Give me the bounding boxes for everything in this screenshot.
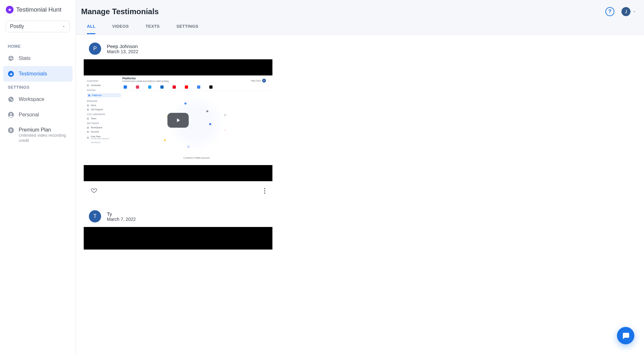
testimonial-card: T Ty March 7, 2022 bbox=[84, 210, 272, 250]
thumb-item: Get Support bbox=[87, 108, 121, 111]
author-avatar: T bbox=[89, 210, 101, 222]
sidebar-item-personal[interactable]: Personal bbox=[3, 107, 72, 123]
premium-title: Premium Plan bbox=[19, 127, 68, 133]
topbar: Manage Testimonials ALL VIDEOS TEXTS SET… bbox=[76, 0, 644, 35]
thumb-up-icon bbox=[8, 71, 14, 77]
sidebar-item-workspace[interactable]: Workspace bbox=[3, 92, 72, 107]
sidebar-item-label: Personal bbox=[19, 112, 39, 118]
premium-subtitle: Unlimited video recording credit bbox=[19, 133, 68, 143]
card-header: T Ty March 7, 2022 bbox=[84, 210, 272, 222]
thumb-subtitle: Connect your social account(s) to start … bbox=[122, 80, 270, 82]
thumb-item: Team bbox=[87, 117, 121, 120]
workspace-select-value: Postly bbox=[10, 24, 24, 29]
heart-icon bbox=[91, 187, 97, 193]
card-actions bbox=[84, 181, 272, 195]
thumb-item: Inbox bbox=[87, 104, 121, 106]
user-circle-icon bbox=[8, 112, 14, 118]
thumb-item: Account bbox=[87, 131, 121, 133]
tab-settings[interactable]: SETTINGS bbox=[176, 24, 198, 34]
brand-name: Testimonial Hunt bbox=[16, 6, 61, 13]
sidebar-item-label: Stats bbox=[19, 55, 30, 61]
sidebar-item-label: Workspace bbox=[19, 96, 44, 102]
thumb-section: COLLABORATE bbox=[87, 113, 121, 115]
thumb-item: Platforms bbox=[87, 93, 121, 97]
sidebar-section-settings: SETTINGS bbox=[3, 82, 72, 92]
thumb-item: Free Plan5 Free Posts Monthly bbox=[87, 135, 121, 140]
workspace-select[interactable]: Postly bbox=[6, 21, 70, 32]
thumb-section: CONTENT bbox=[87, 80, 121, 82]
top-actions: ? J bbox=[605, 7, 636, 16]
testimonial-date: March 7, 2022 bbox=[107, 217, 136, 222]
page-title: Manage Testimonials bbox=[81, 7, 639, 16]
testimonial-video[interactable]: CONTENT Scheduler SOCIAL Platforms ENGAG… bbox=[84, 59, 272, 181]
thumb-section: SETTINGS bbox=[87, 122, 121, 124]
chevron-down-icon bbox=[632, 10, 636, 14]
thumb-section: SOCIAL bbox=[87, 89, 121, 91]
thumb-item: WorkSpace bbox=[87, 126, 121, 129]
thumb-item: Scheduler bbox=[87, 84, 121, 86]
brand-logo-icon: ★ bbox=[6, 6, 14, 14]
chevron-down-icon bbox=[267, 80, 269, 82]
user-avatar: J bbox=[621, 7, 630, 16]
thumb-userbar: Paul Oms P bbox=[251, 79, 269, 83]
thumb-footer: Connect a Twitter account bbox=[122, 157, 270, 159]
chat-fab[interactable] bbox=[617, 327, 634, 344]
svg-point-1 bbox=[8, 97, 14, 102]
testimonial-card: P Peep Johnson March 13, 2022 CONTENT Sc… bbox=[84, 43, 272, 195]
card-header: P Peep Johnson March 13, 2022 bbox=[84, 43, 272, 55]
sidebar-section-home: HOME bbox=[3, 41, 72, 51]
brand: ★ Testimonial Hunt bbox=[3, 6, 72, 21]
globe-icon bbox=[8, 96, 14, 103]
sidebar-item-label: Testimonials bbox=[19, 71, 47, 77]
author-name: Ty bbox=[107, 211, 136, 217]
like-button[interactable] bbox=[91, 187, 97, 195]
sidebar: ★ Testimonial Hunt Postly HOME Stats Tes… bbox=[0, 0, 76, 354]
thumb-central: × × CONNECT bbox=[122, 91, 270, 155]
tab-videos[interactable]: VIDEOS bbox=[112, 24, 129, 34]
play-button[interactable] bbox=[167, 113, 189, 128]
tabs: ALL VIDEOS TEXTS SETTINGS bbox=[81, 24, 639, 34]
chat-icon bbox=[621, 331, 630, 340]
author-avatar: P bbox=[89, 43, 101, 55]
more-button[interactable] bbox=[264, 188, 265, 194]
help-button[interactable]: ? bbox=[605, 7, 614, 16]
testimonial-video[interactable] bbox=[84, 227, 272, 250]
svg-point-3 bbox=[11, 99, 12, 101]
content-scroll[interactable]: P Peep Johnson March 13, 2022 CONTENT Sc… bbox=[76, 35, 644, 354]
tab-all[interactable]: ALL bbox=[87, 24, 95, 34]
thumb-main: Paul Oms P Platforms Connect your social… bbox=[122, 77, 270, 164]
thumb-sidebar: CONTENT Scheduler SOCIAL Platforms ENGAG… bbox=[87, 75, 121, 165]
dollar-icon: $ bbox=[8, 127, 14, 133]
tab-texts[interactable]: TEXTS bbox=[146, 24, 160, 34]
main: Manage Testimonials ALL VIDEOS TEXTS SET… bbox=[76, 0, 644, 354]
svg-point-5 bbox=[10, 113, 12, 115]
thumb-title: Platforms bbox=[122, 77, 270, 80]
sidebar-item-premium[interactable]: $ Premium Plan Unlimited video recording… bbox=[3, 123, 72, 148]
pie-chart-icon bbox=[8, 55, 14, 62]
thumb-upgrade: UPGRADE bbox=[91, 142, 121, 143]
thumb-section: ENGAGE bbox=[87, 100, 121, 102]
author-name: Peep Johnson bbox=[107, 44, 138, 49]
svg-text:$: $ bbox=[10, 128, 12, 132]
chevron-down-icon bbox=[62, 25, 66, 28]
sidebar-item-testimonials[interactable]: Testimonials bbox=[3, 66, 72, 82]
svg-point-2 bbox=[10, 98, 11, 99]
play-icon bbox=[175, 117, 181, 123]
testimonial-date: March 13, 2022 bbox=[107, 49, 138, 54]
user-menu[interactable]: J bbox=[621, 7, 636, 16]
thumb-social-row bbox=[124, 85, 270, 91]
sidebar-item-stats[interactable]: Stats bbox=[3, 51, 72, 66]
